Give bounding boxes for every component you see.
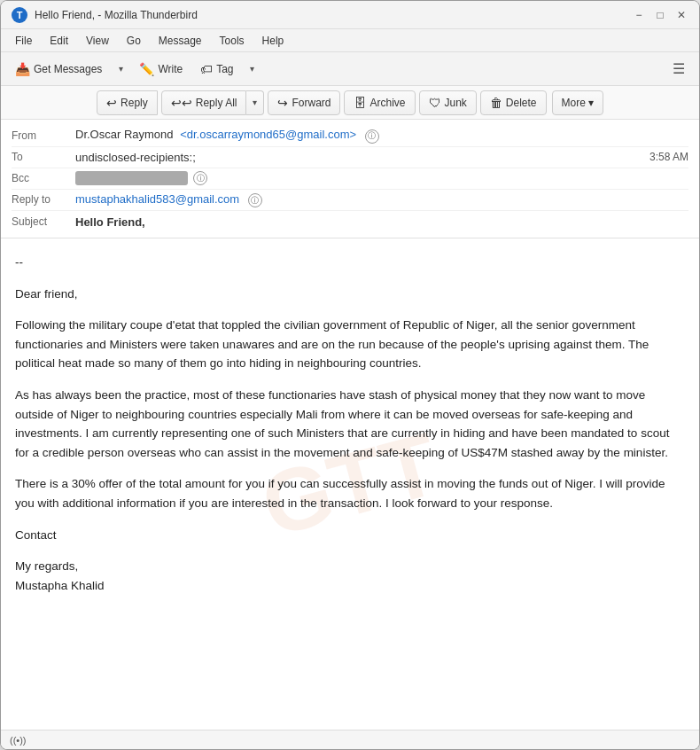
minimize-button[interactable]: −: [632, 8, 646, 22]
bcc-value: redacted@example.com: [75, 171, 188, 185]
status-bar: ((•)): [1, 730, 699, 749]
email-body: GTT -- Dear friend, Following the milita…: [1, 238, 699, 730]
menu-go[interactable]: Go: [120, 33, 148, 49]
maximize-button[interactable]: □: [653, 8, 667, 22]
to-row: To undisclosed-recipients:; 3:58 AM: [12, 147, 688, 168]
reply-to-contact-icon[interactable]: ⓘ: [248, 193, 262, 207]
reply-all-icon: ↩↩: [171, 96, 192, 110]
from-contact-icon[interactable]: ⓘ: [365, 129, 379, 144]
write-button[interactable]: ✏️ Write: [132, 59, 190, 80]
to-value: undisclosed-recipients:;: [75, 151, 649, 164]
from-label: From: [12, 129, 75, 142]
window-title: Hello Friend, - Mozilla Thunderbird: [35, 9, 632, 21]
bcc-contact-icon[interactable]: ⓘ: [193, 171, 207, 185]
reply-all-group: ↩↩ Reply All ▾: [161, 90, 265, 115]
to-label: To: [12, 151, 75, 163]
subject-label: Subject: [12, 215, 75, 228]
tag-button[interactable]: 🏷 Tag: [193, 59, 240, 80]
bcc-row: Bcc redacted@example.com ⓘ: [12, 168, 688, 190]
get-messages-button[interactable]: 📥 Get Messages: [8, 59, 109, 80]
email-regards: My regards, Mustapha Khalid: [15, 557, 685, 595]
action-bar: ↩ Reply ↩↩ Reply All ▾ ↪ Forward 🗄 Archi…: [1, 86, 699, 120]
from-name: Dr.Oscar Raymond: [75, 128, 174, 141]
write-icon: ✏️: [139, 62, 154, 76]
reply-all-button[interactable]: ↩↩ Reply All: [161, 90, 247, 115]
forward-button[interactable]: ↪ Forward: [268, 90, 340, 115]
delete-icon: 🗑: [490, 96, 502, 110]
menu-help[interactable]: Help: [255, 33, 292, 49]
menubar: File Edit View Go Message Tools Help: [1, 29, 699, 52]
window-controls: − □ ✕: [632, 8, 688, 22]
more-dropdown-icon: ▾: [588, 97, 594, 109]
from-email: <dr.oscarraymond65@gmail.com>: [180, 128, 356, 141]
from-row: From Dr.Oscar Raymond <dr.oscarraymond65…: [12, 125, 688, 147]
menu-view[interactable]: View: [79, 33, 116, 49]
get-messages-dropdown[interactable]: ▾: [113, 59, 128, 80]
reply-to-row: Reply to mustaphakhalid583@gmail.com ⓘ: [12, 190, 688, 212]
close-button[interactable]: ✕: [674, 8, 688, 22]
more-button[interactable]: More ▾: [552, 90, 603, 115]
archive-button[interactable]: 🗄 Archive: [344, 90, 415, 115]
tag-icon: 🏷: [200, 62, 213, 76]
reply-all-dropdown[interactable]: ▾: [246, 90, 264, 115]
email-paragraph-2: As has always been the practice, most of…: [15, 386, 685, 462]
reply-to-label: Reply to: [12, 193, 75, 206]
delete-button[interactable]: 🗑 Delete: [480, 90, 547, 115]
email-time: 3:58 AM: [649, 151, 688, 163]
email-headers: From Dr.Oscar Raymond <dr.oscarraymond65…: [1, 120, 699, 238]
from-value: Dr.Oscar Raymond <dr.oscarraymond65@gmai…: [75, 128, 688, 144]
app-icon: T: [12, 7, 27, 23]
hamburger-menu[interactable]: ☰: [665, 57, 692, 81]
menu-edit[interactable]: Edit: [43, 33, 75, 49]
email-paragraph-1: Following the military coupe d'etat that…: [15, 316, 685, 373]
reply-group: ↩ Reply: [97, 90, 158, 115]
get-messages-icon: 📥: [15, 62, 30, 76]
email-paragraph-3: There is a 30% offer of the total amount…: [15, 474, 685, 512]
connection-icon: ((•)): [10, 735, 27, 746]
reply-to-value: mustaphakhalid583@gmail.com ⓘ: [75, 192, 688, 208]
junk-button[interactable]: 🛡 Junk: [419, 90, 477, 115]
email-greeting: Dear friend,: [15, 285, 685, 304]
menu-message[interactable]: Message: [152, 33, 209, 49]
archive-icon: 🗄: [354, 96, 366, 110]
reply-icon: ↩: [106, 96, 117, 110]
sender-name: Mustapha Khalid: [15, 579, 105, 592]
titlebar: T Hello Friend, - Mozilla Thunderbird − …: [1, 1, 699, 29]
menu-tools[interactable]: Tools: [213, 33, 252, 49]
reply-button[interactable]: ↩ Reply: [97, 90, 158, 115]
junk-icon: 🛡: [429, 96, 441, 110]
subject-value: Hello Friend,: [75, 215, 688, 229]
menu-file[interactable]: File: [8, 33, 39, 49]
email-separator: --: [15, 253, 685, 272]
main-toolbar: 📥 Get Messages ▾ ✏️ Write 🏷 Tag ▾ ☰: [1, 52, 699, 86]
main-window: T Hello Friend, - Mozilla Thunderbird − …: [0, 0, 700, 750]
email-contact: Contact: [15, 526, 685, 545]
email-content: -- Dear friend, Following the military c…: [15, 253, 685, 595]
tag-dropdown[interactable]: ▾: [245, 59, 261, 80]
bcc-label: Bcc: [12, 172, 75, 184]
forward-icon: ↪: [277, 96, 288, 110]
subject-row: Subject Hello Friend,: [12, 211, 688, 232]
